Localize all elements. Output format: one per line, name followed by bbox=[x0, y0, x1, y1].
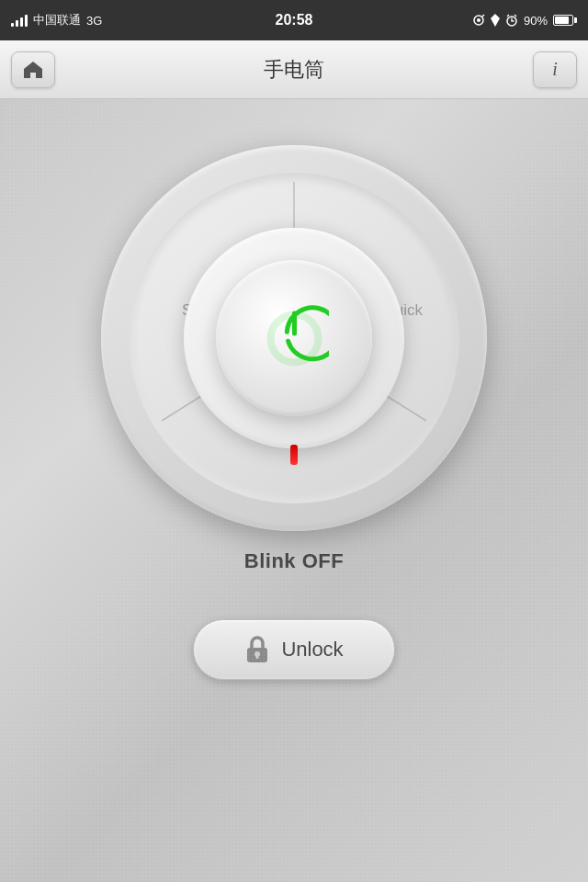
dial-container[interactable]: Slow Quick bbox=[101, 145, 487, 531]
power-icon-wrapper bbox=[257, 301, 331, 375]
location-icon bbox=[491, 14, 500, 27]
carrier-label: 中国联通 bbox=[33, 12, 81, 28]
battery-percent: 90% bbox=[524, 14, 548, 28]
svg-point-1 bbox=[477, 18, 481, 22]
orientation-lock-icon bbox=[472, 14, 485, 27]
power-icon bbox=[260, 304, 329, 373]
status-time: 20:58 bbox=[276, 12, 313, 28]
alarm-icon bbox=[505, 14, 518, 27]
lock-icon bbox=[244, 635, 270, 664]
unlock-label: Unlock bbox=[281, 638, 343, 662]
status-left: 中国联通 3G bbox=[11, 12, 102, 28]
status-bar: 中国联通 3G 20:58 90% bbox=[0, 0, 588, 40]
nav-bar: 手电筒 i bbox=[0, 40, 588, 99]
svg-rect-10 bbox=[256, 654, 259, 659]
main-content: Slow Quick Blink OFF bbox=[0, 99, 588, 882]
nav-title: 手电筒 bbox=[264, 56, 324, 84]
network-label: 3G bbox=[86, 14, 102, 28]
info-button[interactable]: i bbox=[533, 51, 577, 88]
indicator-dot bbox=[290, 445, 298, 465]
unlock-button[interactable]: Unlock bbox=[193, 619, 395, 680]
home-icon bbox=[22, 60, 44, 80]
inner-circle[interactable] bbox=[184, 228, 404, 448]
signal-bars bbox=[11, 14, 28, 27]
battery-icon bbox=[553, 15, 577, 26]
status-right: 90% bbox=[472, 14, 577, 28]
power-button[interactable] bbox=[216, 260, 372, 416]
info-icon: i bbox=[552, 59, 558, 80]
home-button[interactable] bbox=[11, 51, 55, 88]
blink-status-label: Blink OFF bbox=[244, 549, 344, 573]
